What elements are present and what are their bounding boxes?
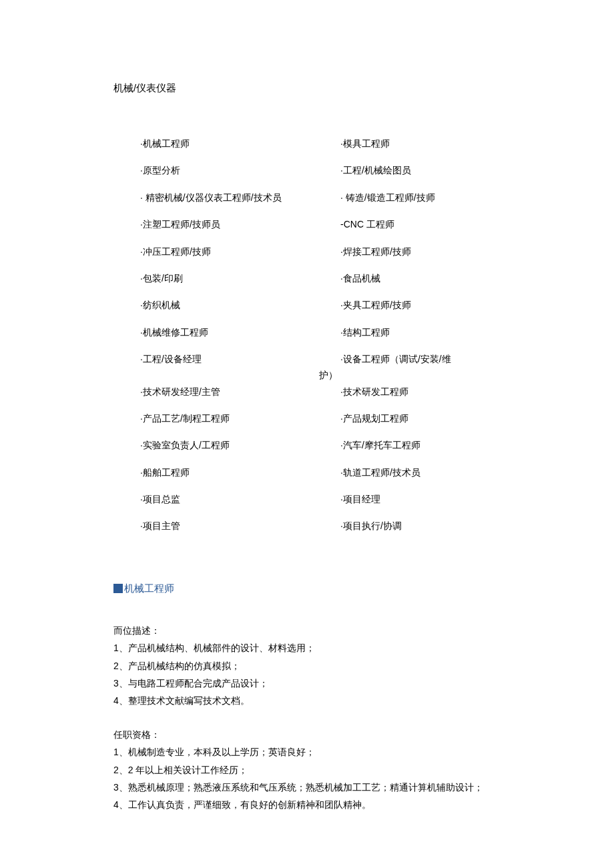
- job-item: ·船舶工程师: [140, 465, 340, 480]
- section-marker-icon: [113, 584, 123, 593]
- job-item: ·机械维修工程师: [140, 325, 340, 340]
- job-item: ·工程/设备经理: [140, 352, 340, 366]
- job-item: ·技术研发工程师: [340, 384, 501, 399]
- job-row: ·项目总监 ·项目经理: [140, 492, 501, 506]
- job-row: ·冲压工程师/技师 ·焊接工程师/技师: [140, 244, 501, 259]
- job-row: ·注塑工程师/技师员 -CNC 工程师: [140, 217, 501, 232]
- job-description-block: 而位描述： 1、产品机械结构、机械部件的设计、材料选用； 2、产品机械结构的仿真…: [113, 623, 501, 709]
- description-item: 3、与电路工程师配合完成产品设计；: [113, 676, 501, 691]
- job-item: ·项目主管: [140, 518, 340, 533]
- page-title: 机械/仪表仪器: [113, 80, 501, 96]
- job-row: ·原型分析 ·工程/机械绘图员: [140, 163, 501, 177]
- job-row: ·船舶工程师 ·轨道工程师/技术员: [140, 465, 501, 480]
- qualification-block: 任职资格： 1、机械制造专业，本科及以上学历；英语良好； 2、2 年以上相关设计…: [113, 727, 501, 813]
- job-item: ·实验室负责人/工程师: [140, 438, 340, 452]
- job-item: ·轨道工程师/技术员: [340, 465, 501, 480]
- qualification-item: 4、工作认真负责，严谨细致，有良好的创新精神和团队精神。: [113, 797, 501, 812]
- section-header: 机械工程师: [113, 580, 501, 596]
- job-row: ·实验室负责人/工程师 ·汽车/摩托车工程师: [140, 438, 501, 452]
- job-item: ·汽车/摩托车工程师: [340, 438, 501, 452]
- job-item: ·机械工程师: [140, 136, 340, 151]
- qualification-item: 1、机械制造专业，本科及以上学历；英语良好；: [113, 745, 501, 759]
- job-row: ·技术研发经理/主管 ·技术研发工程师: [140, 384, 501, 399]
- description-item: 1、产品机械结构、机械部件的设计、材料选用；: [113, 640, 501, 655]
- job-item: ·食品机械: [340, 271, 501, 286]
- job-row: · 精密机械/仪器仪表工程师/技术员 · 铸造/锻造工程师/技师: [140, 190, 501, 205]
- job-item: ·焊接工程师/技师: [340, 244, 501, 259]
- job-item: ·模具工程师: [340, 136, 501, 151]
- job-item: ·项目经理: [340, 492, 501, 506]
- job-row: ·工程/设备经理 ·设备工程师（调试/安装/维 护）: [140, 352, 501, 366]
- job-item: ·项目执行/协调: [340, 518, 501, 533]
- job-row: ·机械工程师 ·模具工程师: [140, 136, 501, 151]
- job-item: ·原型分析: [140, 163, 340, 177]
- description-label: 而位描述：: [113, 623, 501, 638]
- job-item: ·冲压工程师/技师: [140, 244, 340, 259]
- job-item: -CNC 工程师: [340, 217, 501, 232]
- description-item: 4、整理技术文献编写技术文档。: [113, 693, 501, 708]
- qualification-label: 任职资格：: [113, 727, 501, 742]
- job-item: ·结构工程师: [340, 325, 501, 340]
- job-item: ·产品工艺/制程工程师: [140, 411, 340, 426]
- qualification-item: 2、2 年以上相关设计工作经历；: [113, 763, 501, 777]
- job-item: ·包装/印刷: [140, 271, 340, 286]
- job-item-continuation: 护）: [319, 368, 338, 382]
- job-item: ·工程/机械绘图员: [340, 163, 501, 177]
- section-title: 机械工程师: [124, 580, 174, 596]
- job-item: ·设备工程师（调试/安装/维: [340, 352, 501, 366]
- job-item: ·纺织机械: [140, 298, 340, 312]
- job-item: ·注塑工程师/技师员: [140, 217, 340, 232]
- job-row: ·项目主管 ·项目执行/协调: [140, 518, 501, 533]
- job-list-grid: ·机械工程师 ·模具工程师 ·原型分析 ·工程/机械绘图员 · 精密机械/仪器仪…: [140, 136, 501, 534]
- job-row: ·产品工艺/制程工程师 ·产品规划工程师: [140, 411, 501, 426]
- job-item: · 铸造/锻造工程师/技师: [340, 190, 501, 205]
- description-item: 2、产品机械结构的仿真模拟；: [113, 659, 501, 673]
- job-item: ·产品规划工程师: [340, 411, 501, 426]
- job-item: ·夹具工程师/技师: [340, 298, 501, 312]
- job-row: ·纺织机械 ·夹具工程师/技师: [140, 298, 501, 312]
- job-item: ·项目总监: [140, 492, 340, 506]
- job-item: · 精密机械/仪器仪表工程师/技术员: [140, 190, 340, 205]
- job-item: ·技术研发经理/主管: [140, 384, 340, 399]
- qualification-item: 3、熟悉机械原理；熟悉液压系统和气压系统；熟悉机械加工工艺；精通计算机辅助设计；: [113, 780, 501, 795]
- job-row: ·机械维修工程师 ·结构工程师: [140, 325, 501, 340]
- job-row: ·包装/印刷 ·食品机械: [140, 271, 501, 286]
